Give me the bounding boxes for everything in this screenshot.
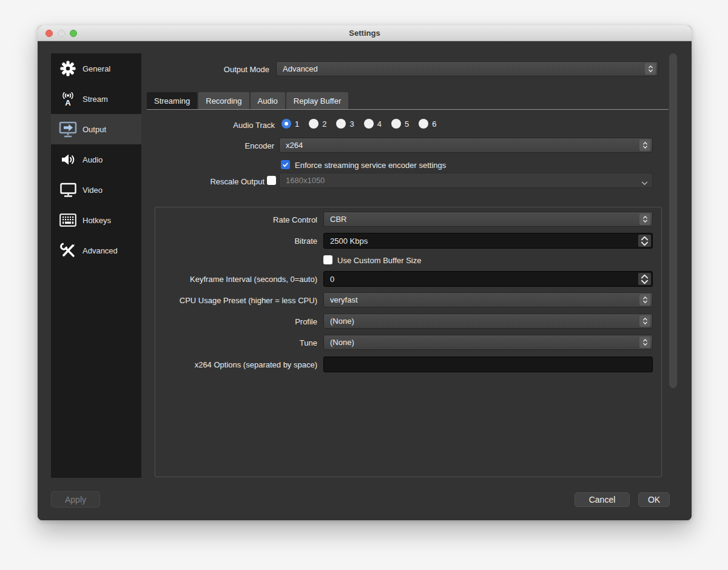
apply-button[interactable]: Apply [51, 491, 100, 508]
keyframe-interval-value: 0 [330, 275, 334, 284]
chevron-up-down-icon [639, 315, 650, 327]
radio-icon [309, 119, 318, 129]
enforce-encoder-checkbox[interactable] [281, 160, 290, 169]
cpu-preset-value: veryfast [330, 295, 358, 304]
custom-buffer-checkbox[interactable] [323, 255, 332, 264]
encoder-label: Encoder [183, 141, 274, 150]
sidebar-item-output[interactable]: Output [51, 114, 141, 144]
sidebar-item-stream[interactable]: A Stream [51, 84, 141, 114]
audio-track-3[interactable]: 3 [336, 119, 354, 129]
profile-value: (None) [330, 317, 354, 326]
cpu-preset-label: CPU Usage Preset (higher = less CPU) [147, 296, 317, 305]
titlebar[interactable]: Settings [38, 25, 692, 41]
audio-track-1[interactable]: 1 [281, 119, 299, 129]
rescale-output-checkbox[interactable] [267, 176, 276, 185]
tab-streaming[interactable]: Streaming [147, 92, 197, 109]
bitrate-input[interactable]: 2500 Kbps [323, 233, 653, 249]
minimize-window-button[interactable] [58, 30, 65, 37]
traffic-lights [46, 30, 77, 37]
rate-control-value: CBR [330, 215, 346, 224]
sidebar-item-label: Audio [83, 155, 103, 164]
output-mode-value: Advanced [283, 64, 318, 73]
sidebar-item-advanced[interactable]: Advanced [51, 235, 141, 266]
encoder-value: x264 [286, 141, 303, 150]
cancel-button[interactable]: Cancel [575, 492, 630, 507]
bitrate-label: Bitrate [207, 236, 317, 246]
tabs-divider [147, 109, 669, 110]
sidebar-item-label: Output [83, 125, 106, 134]
zoom-window-button[interactable] [70, 30, 77, 37]
close-window-button[interactable] [46, 30, 53, 37]
broadcast-icon: A [56, 91, 80, 107]
window-title: Settings [349, 29, 380, 38]
chevron-up-down-icon [639, 213, 650, 225]
sidebar-item-label: Stream [83, 95, 108, 104]
spinner-arrows-icon[interactable] [638, 235, 651, 247]
gear-icon [56, 61, 80, 76]
encoder-select[interactable]: x264 [279, 138, 653, 153]
chevron-up-down-icon [639, 294, 650, 306]
tab-recording[interactable]: Recording [198, 92, 249, 109]
tab-replay-buffer[interactable]: Replay Buffer [286, 92, 349, 109]
chevron-up-down-icon [639, 337, 650, 348]
rescale-resolution-value: 1680x1050 [286, 176, 325, 185]
output-mode-label: Output Mode [159, 65, 269, 74]
checkmark-icon [282, 161, 289, 168]
radio-icon [391, 119, 401, 129]
tune-label: Tune [207, 338, 317, 347]
radio-icon [364, 119, 374, 129]
speaker-icon [56, 152, 80, 167]
audio-track-5[interactable]: 5 [391, 119, 409, 129]
settings-window: Settings [38, 25, 692, 520]
audio-track-6[interactable]: 6 [419, 119, 436, 129]
radio-icon [336, 119, 346, 129]
enforce-encoder-label: Enforce streaming service encoder settin… [295, 161, 446, 170]
sidebar-item-general[interactable]: General [51, 53, 141, 84]
output-mode-select[interactable]: Advanced [276, 61, 658, 76]
chevron-down-icon [641, 178, 648, 187]
bitrate-value: 2500 Kbps [330, 236, 368, 246]
sidebar-item-hotkeys[interactable]: Hotkeys [51, 205, 141, 235]
audio-track-2[interactable]: 2 [309, 119, 326, 129]
radio-icon [419, 119, 428, 129]
chevron-up-down-icon [645, 63, 656, 75]
custom-buffer-label: Use Custom Buffer Size [337, 256, 421, 265]
rescale-output-label: Rescale Output [159, 177, 265, 186]
sidebar-item-label: General [83, 64, 110, 73]
scrollbar-thumb[interactable] [669, 53, 677, 388]
display-icon [56, 183, 80, 198]
radio-selected-icon [281, 119, 291, 129]
keyboard-icon [56, 213, 80, 227]
sidebar-item-label: Video [83, 186, 103, 195]
tools-icon [56, 243, 80, 259]
profile-select[interactable]: (None) [323, 314, 653, 329]
sidebar-item-label: Advanced [83, 246, 118, 255]
rate-control-label: Rate Control [207, 215, 317, 224]
settings-content: General A Stream [38, 41, 692, 520]
audio-track-label: Audio Track [183, 121, 275, 130]
monitor-arrow-icon [56, 121, 80, 138]
tune-value: (None) [330, 338, 354, 347]
spinner-arrows-icon[interactable] [638, 273, 651, 285]
cpu-preset-select[interactable]: veryfast [323, 292, 653, 307]
sidebar-item-video[interactable]: Video [51, 175, 141, 205]
keyframe-interval-input[interactable]: 0 [323, 271, 653, 287]
x264-options-label: x264 Options (separated by space) [147, 360, 317, 369]
sidebar-item-audio[interactable]: Audio [51, 144, 141, 175]
tab-audio[interactable]: Audio [251, 92, 285, 109]
rescale-resolution-combo[interactable]: 1680x1050 [279, 173, 653, 188]
output-tabs: Streaming Recording Audio Replay Buffer [147, 92, 348, 109]
rate-control-select[interactable]: CBR [323, 212, 653, 227]
chevron-up-down-icon [639, 139, 650, 151]
svg-text:A: A [65, 98, 71, 107]
ok-button[interactable]: OK [638, 492, 670, 507]
tune-select[interactable]: (None) [323, 335, 653, 350]
audio-track-4[interactable]: 4 [364, 119, 382, 129]
x264-options-input[interactable] [323, 357, 653, 372]
profile-label: Profile [207, 317, 317, 326]
sidebar-item-label: Hotkeys [83, 216, 111, 225]
keyframe-interval-label: Keyframe Interval (seconds, 0=auto) [147, 275, 317, 284]
audio-track-radios: 1 2 3 4 5 6 [281, 119, 436, 129]
sidebar: General A Stream [51, 53, 141, 478]
